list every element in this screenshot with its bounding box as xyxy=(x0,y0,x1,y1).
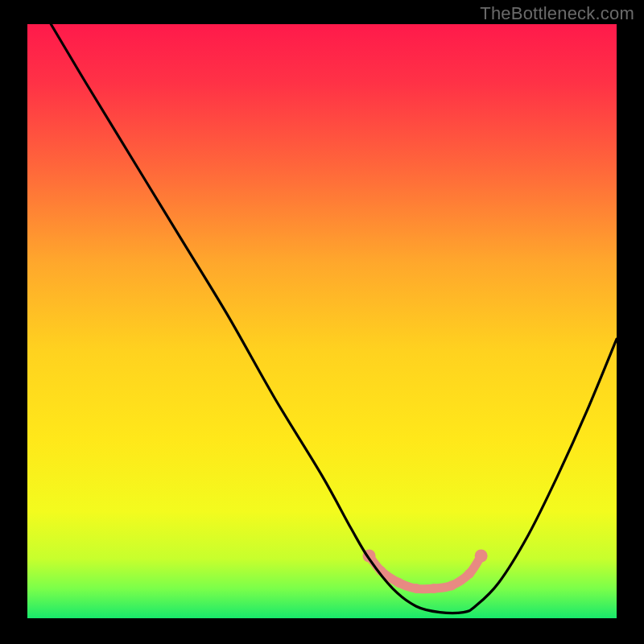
chart-frame: TheBottleneck.com xyxy=(0,0,644,644)
bottleneck-chart xyxy=(0,0,644,644)
highlight-dot xyxy=(447,580,456,590)
highlight-dot xyxy=(464,569,474,579)
highlight-dot xyxy=(475,550,488,563)
watermark-text: TheBottleneck.com xyxy=(480,3,634,24)
plot-background xyxy=(27,24,617,618)
highlight-dot xyxy=(411,584,421,593)
highlight-dot xyxy=(394,578,403,588)
highlight-dot xyxy=(429,584,439,593)
